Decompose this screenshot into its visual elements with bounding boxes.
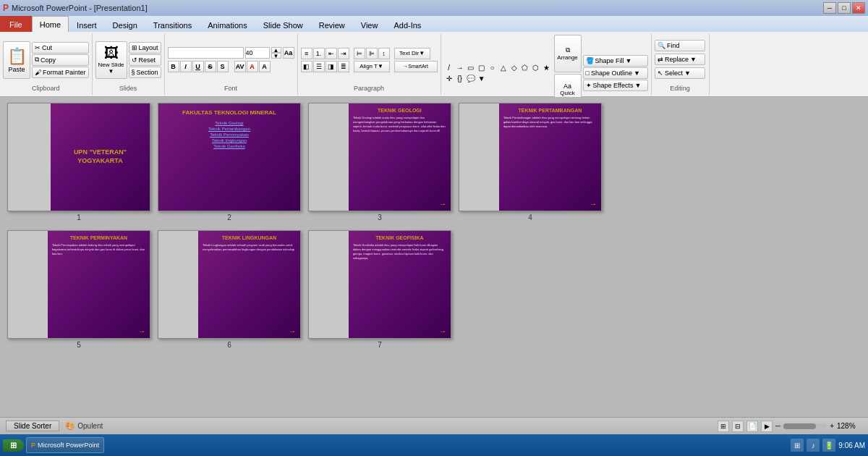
find-button[interactable]: 🔍 Find — [655, 40, 705, 51]
tab-transitions[interactable]: Transitions — [145, 17, 200, 32]
font-highlight-btn[interactable]: A — [259, 61, 271, 72]
tab-design[interactable]: Design — [105, 17, 145, 32]
slide-item-2[interactable]: FAKULTAS TEKNOLOGI MINERAL Teknik Geolog… — [158, 103, 301, 221]
format-painter-button[interactable]: 🖌 Format Painter — [32, 67, 89, 78]
ribbon-group-slides: 🖼 New Slide ▼ ⊞ Layout ↺ Reset § Section — [93, 33, 165, 95]
font-color-btn[interactable]: A — [247, 61, 258, 72]
slide-sorter-tab[interactable]: Slide Sorter — [6, 421, 59, 431]
decrease-indent-button[interactable]: ⇤ — [326, 48, 337, 59]
bullets-button[interactable]: ≡ — [301, 48, 312, 59]
paste-label: Paste — [8, 66, 25, 73]
numbering-button[interactable]: 1. — [313, 48, 325, 59]
shape-oval[interactable]: ○ — [488, 63, 498, 73]
shape-arrow[interactable]: → — [455, 63, 465, 73]
underline-button[interactable]: U — [192, 61, 204, 72]
shape-diamond[interactable]: ◇ — [509, 63, 519, 73]
align-text-button[interactable]: Align T▼ — [354, 61, 390, 72]
slide-num-5: 5 — [77, 341, 81, 349]
italic-button[interactable]: I — [180, 61, 192, 72]
slide-item-7[interactable]: TEKNIK GEOFISIKA Teknik Geofisika adalah… — [308, 230, 451, 349]
shape-rect[interactable]: ▭ — [466, 63, 476, 73]
slide-thumb-1: UPN "VETERAN"YOGYAKARTA — [7, 103, 150, 211]
status-bar-right: ⊞ ⊟ 📄 ▶ ─ + 128% — [718, 421, 862, 432]
tab-slideshow[interactable]: Slide Show — [255, 17, 311, 32]
slide-item-1[interactable]: UPN "VETERAN"YOGYAKARTA 1 — [7, 103, 150, 221]
taskbar-powerpoint-btn[interactable]: P Microsoft PowerPoint — [26, 437, 104, 453]
ribbon-group-font: ▲ ▼ Aa B I U S S AV A A Font — [165, 33, 298, 95]
tab-home[interactable]: Home — [32, 16, 69, 32]
slide-item-4[interactable]: TEKNIK PERTAMBANGAN Teknik Pertambangan … — [459, 103, 602, 221]
shape-star[interactable]: ★ — [542, 63, 552, 73]
font-size-input[interactable] — [245, 47, 270, 59]
reset-button[interactable]: ↺ Reset — [129, 54, 161, 66]
arrange-button[interactable]: ⧉ Arrange — [554, 35, 582, 72]
tab-file[interactable]: File — [0, 16, 32, 32]
tab-review[interactable]: Review — [311, 17, 353, 32]
col-left-button[interactable]: ⊨ — [354, 48, 365, 59]
font-size-decrease-button[interactable]: ▼ — [271, 53, 281, 59]
slides-small-btns: ⊞ Layout ↺ Reset § Section — [129, 42, 161, 78]
line-spacing-button[interactable]: ↕ — [378, 48, 390, 59]
zoom-in-btn[interactable]: + — [830, 422, 834, 430]
status-bar: Slide Sorter 🎨 Opulent ⊞ ⊟ 📄 ▶ ─ + 128% — [0, 417, 868, 434]
bold-button[interactable]: B — [168, 61, 179, 72]
shape-effects-button[interactable]: ✦ Shape Effects▼ — [583, 80, 648, 91]
shape-pentagon[interactable]: ⬠ — [520, 63, 530, 73]
select-button[interactable]: ↖ Select▼ — [655, 67, 705, 79]
new-slide-button[interactable]: 🖼 New Slide ▼ — [95, 41, 127, 79]
zoom-out-btn[interactable]: ─ — [775, 422, 780, 430]
shape-line[interactable]: / — [444, 63, 454, 73]
arrange-label: Arrange — [557, 54, 577, 61]
slide-item-6[interactable]: TEKNIK LINGKUNGAN Teknik Lingkungan adal… — [158, 230, 301, 349]
slide-num-6: 6 — [227, 341, 231, 349]
text-direction-button[interactable]: Text Dir▼ — [394, 48, 430, 59]
tab-insert[interactable]: Insert — [69, 17, 105, 32]
zoom-slider[interactable] — [783, 423, 827, 429]
shape-fill-button[interactable]: 🪣 Shape Fill▼ — [583, 55, 648, 67]
shape-round-rect[interactable]: ▢ — [477, 63, 487, 73]
window-controls[interactable]: ─ □ ✕ — [823, 2, 865, 14]
justify-button[interactable]: ≣ — [338, 61, 349, 72]
copy-button[interactable]: ⧉ Copy — [32, 54, 89, 66]
main-area: UPN "VETERAN"YOGYAKARTA 1 FAKULTAS TEKNO… — [0, 97, 868, 417]
paste-button[interactable]: 📋 Paste — [3, 41, 30, 79]
char-spacing-button[interactable]: AV — [234, 61, 246, 72]
tab-animations[interactable]: Animations — [200, 17, 255, 32]
shape-hexagon[interactable]: ⬡ — [531, 63, 541, 73]
cut-button[interactable]: ✂ Cut — [32, 42, 89, 54]
start-button[interactable]: ⊞ — [3, 439, 24, 452]
shape-triangle[interactable]: △ — [498, 63, 509, 73]
tab-view[interactable]: View — [353, 17, 386, 32]
minimize-button[interactable]: ─ — [823, 2, 836, 14]
view-reading-btn[interactable]: 📄 — [746, 421, 758, 432]
cut-label: Cut — [42, 44, 52, 51]
font-name-input[interactable] — [168, 47, 244, 59]
shape-callout[interactable]: 💬 — [466, 74, 476, 84]
slide-item-3[interactable]: TEKNIK GEOLOGI Teknik Geologi adalah sua… — [308, 103, 451, 221]
col-right-button[interactable]: ⊫ — [366, 48, 378, 59]
strikethrough-button[interactable]: S — [205, 61, 216, 72]
smartart-button[interactable]: →SmartArt — [394, 61, 438, 72]
close-button[interactable]: ✕ — [852, 2, 865, 14]
slide-thumb-5: TEKNIK PERMINYAKAN Teknik Perminyakan ad… — [7, 230, 150, 339]
section-button[interactable]: § Section — [129, 67, 161, 78]
align-right-button[interactable]: ◨ — [326, 61, 337, 72]
shape-bracket[interactable]: {} — [455, 74, 465, 84]
align-center-button[interactable]: ☰ — [313, 61, 325, 72]
replace-button[interactable]: ⇄ Replace▼ — [655, 54, 705, 65]
view-normal-btn[interactable]: ⊞ — [718, 421, 729, 432]
maximize-button[interactable]: □ — [838, 2, 851, 14]
shadow-button[interactable]: S — [217, 61, 229, 72]
shape-cross[interactable]: ✛ — [444, 74, 454, 84]
increase-indent-button[interactable]: ⇥ — [338, 48, 349, 59]
slide-item-5[interactable]: TEKNIK PERMINYAKAN Teknik Perminyakan ad… — [7, 230, 150, 349]
align-left-button[interactable]: ◧ — [301, 61, 312, 72]
slide-thumb-3: TEKNIK GEOLOGI Teknik Geologi adalah sua… — [308, 103, 451, 211]
tab-addins[interactable]: Add-Ins — [386, 17, 429, 32]
clear-format-button[interactable]: Aa — [283, 47, 294, 59]
shape-outline-button[interactable]: □ Shape Outline▼ — [583, 67, 648, 79]
slideshow-btn[interactable]: ▶ — [761, 421, 773, 432]
layout-button[interactable]: ⊞ Layout — [129, 42, 161, 54]
view-sorter-btn[interactable]: ⊟ — [732, 421, 744, 432]
shape-more[interactable]: ▼ — [477, 74, 487, 84]
